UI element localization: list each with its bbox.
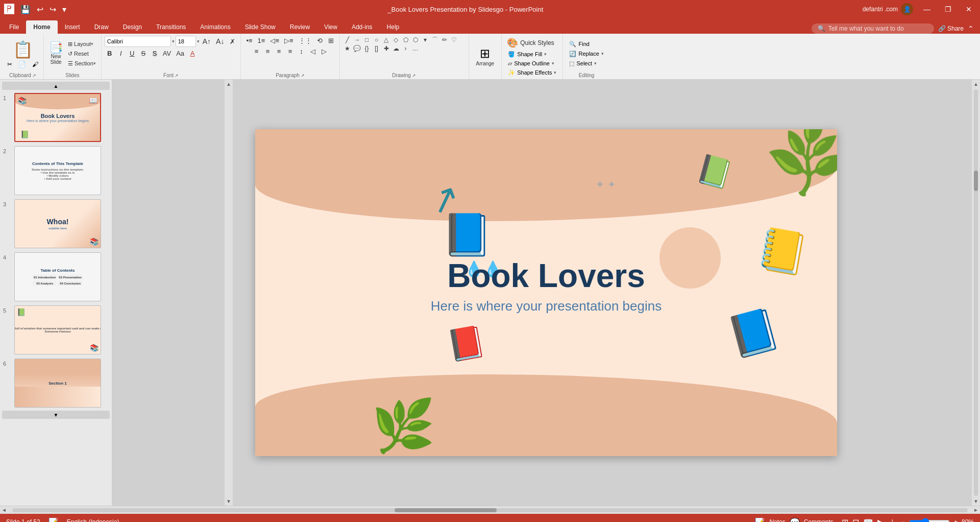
- tab-animations[interactable]: Animations: [193, 20, 237, 34]
- increase-list-button[interactable]: ▷: [319, 46, 329, 56]
- shape-extra[interactable]: …: [411, 44, 420, 53]
- font-size-input[interactable]: [176, 36, 196, 47]
- shape-curve[interactable]: ⌒: [430, 36, 439, 44]
- h-scroll-thumb[interactable]: [395, 508, 497, 512]
- italic-button[interactable]: I: [116, 49, 126, 58]
- shape-cross[interactable]: ✚: [382, 44, 391, 53]
- tab-home[interactable]: Home: [26, 20, 57, 34]
- tab-help[interactable]: Help: [380, 20, 407, 34]
- font-name-dropdown[interactable]: ▾: [172, 39, 175, 44]
- customize-button[interactable]: ▾: [60, 4, 68, 15]
- tab-design[interactable]: Design: [116, 20, 149, 34]
- clear-format-button[interactable]: ✗: [227, 37, 237, 46]
- columns-button[interactable]: ⋮⋮: [297, 36, 314, 45]
- text-direction-button[interactable]: ⟲: [315, 36, 325, 45]
- shape-brace[interactable]: []: [372, 44, 381, 53]
- replace-button[interactable]: 🔄 Replace ▾: [566, 50, 606, 58]
- select-button[interactable]: ⬚ Select ▾: [566, 59, 606, 68]
- undo-button[interactable]: ↩: [35, 4, 45, 15]
- save-button[interactable]: 💾: [18, 4, 33, 15]
- shape-line[interactable]: ╱: [343, 36, 352, 44]
- close-button[interactable]: ✕: [962, 4, 976, 14]
- decrease-indent-button[interactable]: ◁≡: [268, 36, 281, 45]
- new-slide-button[interactable]: 📑 New Slide: [47, 41, 65, 66]
- arrange-button[interactable]: ⊞ Arrange: [472, 44, 499, 68]
- slide-sorter-button[interactable]: ⊟: [852, 517, 859, 523]
- zoom-out-button[interactable]: −: [901, 518, 905, 522]
- shape-outline-button[interactable]: ▱ Shape Outline ▾: [505, 59, 557, 68]
- horizontal-scrollbar[interactable]: ◄ ►: [0, 506, 980, 514]
- shape-fill-button[interactable]: 🪣 Shape Fill ▾: [505, 50, 550, 59]
- align-right-button[interactable]: ≡: [274, 46, 284, 56]
- paragraph-expand[interactable]: ↗: [301, 73, 305, 78]
- slide-panel-scroll-down[interactable]: ▼: [2, 411, 110, 419]
- justify-button[interactable]: ≡: [285, 46, 296, 56]
- font-name-input[interactable]: [105, 36, 171, 47]
- shape-arrow[interactable]: →: [353, 36, 362, 44]
- slide-panel[interactable]: ▲ 1 Book Lovers Here is where your prese…: [0, 80, 112, 506]
- align-left-button[interactable]: ≡: [252, 46, 262, 56]
- shape-chevron[interactable]: ›: [401, 44, 410, 53]
- bullets-button[interactable]: •≡: [244, 36, 254, 45]
- redo-button[interactable]: ↪: [47, 4, 58, 15]
- font-expand[interactable]: ↗: [175, 73, 179, 78]
- shape-circle[interactable]: ○: [372, 36, 381, 44]
- shape-cloud[interactable]: ☁: [391, 44, 401, 53]
- clipboard-expand[interactable]: ↗: [32, 73, 36, 78]
- h-scroll-right[interactable]: ►: [972, 506, 980, 514]
- tab-insert[interactable]: Insert: [58, 20, 87, 34]
- search-bar[interactable]: 🔍: [812, 23, 934, 34]
- strikethrough-button[interactable]: S: [138, 49, 149, 58]
- paste-button[interactable]: 📋: [9, 39, 37, 60]
- right-scroll-up[interactable]: ▲: [972, 80, 980, 88]
- right-scrollbar[interactable]: ▲ ▼: [972, 80, 980, 506]
- normal-view-button[interactable]: ⊞: [842, 517, 848, 523]
- shape-bracket[interactable]: {}: [362, 44, 372, 53]
- decrease-font-button[interactable]: A↓: [214, 36, 226, 46]
- shape-star[interactable]: ★: [343, 44, 352, 53]
- zoom-slider[interactable]: [909, 518, 950, 522]
- shape-rect[interactable]: □: [362, 36, 372, 44]
- align-center-button[interactable]: ≡: [263, 46, 273, 56]
- scroll-down-arrow[interactable]: ▼: [225, 497, 233, 506]
- drawing-expand[interactable]: ↗: [412, 73, 416, 78]
- slideshow-button[interactable]: ▶: [877, 517, 884, 523]
- tab-slideshow[interactable]: Slide Show: [238, 20, 283, 34]
- increase-indent-button[interactable]: ▷≡: [282, 36, 296, 45]
- tab-review[interactable]: Review: [283, 20, 317, 34]
- layout-button[interactable]: ⊞ Layout ▾: [66, 40, 98, 49]
- quick-styles-button[interactable]: 🎨 Quick Styles: [505, 36, 556, 50]
- slide-item-5[interactable]: 5 "This is a quote. Words full of wisdom…: [2, 304, 110, 355]
- h-scroll-left[interactable]: ◄: [0, 506, 8, 514]
- slide-item-4[interactable]: 4 Table of Contents 01 Introduction 02 P…: [2, 251, 110, 302]
- slide-panel-scroll-up[interactable]: ▲: [2, 82, 110, 90]
- tab-view[interactable]: View: [317, 20, 345, 34]
- right-scroll-thumb[interactable]: [974, 171, 978, 191]
- right-scroll-down[interactable]: ▼: [972, 497, 980, 506]
- notes-button[interactable]: 📝: [755, 517, 765, 523]
- minimize-button[interactable]: —: [919, 4, 935, 14]
- scroll-up-arrow[interactable]: ▲: [225, 80, 233, 88]
- font-color-button[interactable]: A: [187, 49, 198, 58]
- search-input[interactable]: [828, 25, 920, 32]
- font-size-dropdown[interactable]: ▾: [197, 39, 200, 44]
- shape-diamond[interactable]: ◇: [391, 36, 401, 44]
- slide-item-2[interactable]: 2 Contents of This Template Some instruc…: [2, 145, 110, 196]
- decrease-list-button[interactable]: ◁: [308, 46, 318, 56]
- cut-button[interactable]: ✂: [5, 60, 14, 68]
- comments-button[interactable]: 💬: [790, 517, 800, 523]
- tab-file[interactable]: File: [2, 20, 26, 34]
- format-painter-button[interactable]: 🖌: [30, 60, 40, 68]
- slide-notes-icon[interactable]: 📝: [48, 517, 59, 523]
- copy-button[interactable]: 📄: [16, 60, 28, 68]
- line-spacing-button[interactable]: ↕: [297, 46, 307, 56]
- slide-item-6[interactable]: 6 Section 1: [2, 358, 110, 409]
- shadow-button[interactable]: S: [150, 49, 160, 58]
- find-button[interactable]: 🔍 Find: [566, 40, 606, 49]
- underline-button[interactable]: U: [127, 49, 137, 58]
- increase-font-button[interactable]: A↑: [201, 36, 213, 46]
- left-scrollbar[interactable]: ▲ ▼: [225, 80, 233, 506]
- zoom-in-button[interactable]: +: [954, 518, 958, 522]
- slide-item-1[interactable]: 1 Book Lovers Here is where your present…: [2, 92, 110, 143]
- change-case-button[interactable]: Aa: [174, 49, 186, 58]
